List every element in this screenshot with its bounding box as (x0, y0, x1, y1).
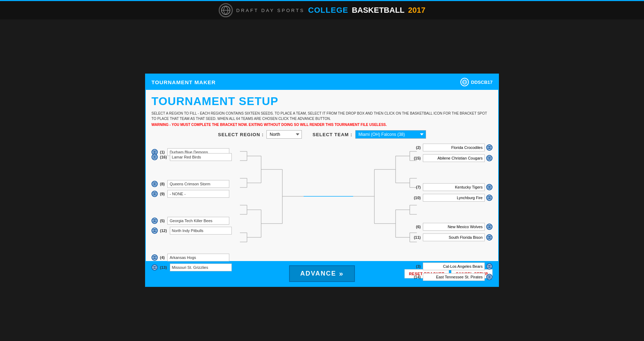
seed-11-label: (11) (414, 235, 421, 239)
svg-point-55 (153, 255, 157, 260)
select-row: SELECT REGION : North South East West SE… (151, 130, 493, 139)
bracket-icon-9[interactable] (151, 191, 158, 197)
team-row-6: New Mexico Wolves (6) (402, 222, 493, 231)
svg-point-64 (487, 275, 491, 279)
team-row-2: Florida Crocodiles (2) (402, 143, 493, 152)
seed-15-label: (15) (414, 156, 421, 160)
bracket-icon-8[interactable] (151, 181, 158, 187)
team-row-11: South Florida Bison (11) (402, 233, 493, 242)
team-dropdown[interactable]: Miami (OH) Falcons (38) - NONE - (355, 130, 426, 139)
svg-point-53 (153, 219, 157, 223)
logo-year-text: 2017 (408, 6, 425, 15)
logo-basketball-text: BASKETBALL (352, 6, 404, 15)
team-label: SELECT TEAM : (312, 132, 352, 137)
instructions-text: SELECT A REGION TO FILL - EACH REGION CO… (151, 111, 493, 121)
panel-header-title: TOURNAMENT MAKER (151, 79, 216, 85)
team-name-13: Missouri St. Grizzlies (170, 264, 232, 271)
bracket-icon-4[interactable] (151, 254, 158, 261)
main-content: TOURNAMENT MAKER DDSCB17 TOURNAMENT SETU… (0, 19, 644, 341)
advance-arrows-icon: » (339, 270, 344, 278)
bracket-icon-7[interactable] (486, 184, 493, 190)
team-name-6: New Mexico Wolves (423, 223, 485, 231)
team-row-3: Cal-Los Angeles Bears (3) (402, 262, 493, 271)
bracket-icon-11[interactable] (486, 234, 493, 241)
bracket-icon-2[interactable] (486, 144, 493, 151)
right-teams-col: Florida Crocodiles (2) (402, 143, 493, 283)
team-row-12: (12) North Indy Pitbulls (151, 226, 242, 235)
bracket-area: (1) Durham Blue Demons (151, 143, 493, 256)
panel-header-logo: DDSCB17 (460, 78, 493, 86)
team-name-7: Kentucky Tigers (423, 183, 485, 191)
svg-point-51 (153, 182, 157, 186)
team-row-15: Abilene Christian Cougars (15) (402, 154, 493, 163)
svg-point-62 (487, 235, 491, 239)
team-row-7: Kentucky Tigers (7) (402, 183, 493, 192)
bracket-icon-10[interactable] (486, 195, 493, 201)
logo-icon (219, 3, 233, 17)
team-name-5: Georgia Tech Killer Bees (167, 217, 229, 225)
svg-point-60 (487, 196, 491, 200)
svg-point-59 (487, 185, 491, 189)
svg-point-52 (153, 192, 157, 196)
warning-text: WARNING - YOU MUST COMPLETE THE BRACKET … (151, 123, 493, 127)
svg-point-50 (153, 155, 157, 159)
panel-logo-text: DDSCB17 (471, 80, 493, 85)
team-name-15: Abilene Christian Cougars (423, 154, 485, 162)
seed-7-label: (7) (416, 185, 421, 189)
team-name-14: East Tennessee St. Pirates (423, 273, 485, 281)
seed-10-label: (10) (414, 196, 421, 200)
bracket-icon-12[interactable] (151, 227, 158, 234)
region-dropdown[interactable]: North South East West (266, 130, 302, 139)
bracket-icon-6[interactable] (486, 224, 493, 230)
logo-draft-text: DRAFT DAY SPORTS (236, 8, 305, 13)
top-bar: DRAFT DAY SPORTS COLLEGE BASKETBALL 2017 (0, 0, 644, 19)
team-row-13: (13) Missouri St. Grizzlies (151, 263, 242, 272)
team-row-16: (16) Lamar Red Birds (151, 153, 242, 161)
svg-point-61 (487, 225, 491, 229)
team-row-8: (8) Queens Crimson Storm (151, 180, 242, 188)
team-row-9: (9) - NONE - (151, 190, 242, 198)
logo-college-text: COLLEGE (308, 6, 348, 15)
svg-point-56 (153, 265, 157, 270)
seed-16: (16) (160, 155, 167, 159)
panel-body: TOURNAMENT SETUP SELECT A REGION TO FILL… (146, 90, 498, 261)
panel-header: TOURNAMENT MAKER DDSCB17 (146, 74, 498, 90)
advance-button[interactable]: ADVANCE » (289, 265, 355, 282)
team-name-3: Cal-Los Angeles Bears (423, 262, 485, 270)
team-name-4: Arkansas Hogs (167, 254, 229, 261)
bracket-icon-13[interactable] (151, 264, 158, 271)
seed-2-label: (2) (416, 145, 421, 150)
svg-point-58 (487, 156, 491, 160)
team-select-group: SELECT TEAM : Miami (OH) Falcons (38) - … (312, 130, 426, 139)
left-teams-col: (1) Durham Blue Demons (151, 143, 242, 272)
seed-9: (9) (160, 192, 165, 196)
team-name-10: Lynchburg Fire (423, 194, 485, 202)
seed-14-label: (14) (414, 275, 421, 279)
team-row-5: (5) Georgia Tech Killer Bees (151, 216, 242, 225)
panel-logo-icon (460, 78, 469, 86)
bracket-icon-15[interactable] (486, 155, 493, 161)
bracket-icon-3[interactable] (486, 263, 493, 270)
panel-title: TOURNAMENT SETUP (151, 95, 493, 108)
team-name-2: Florida Crocodiles (423, 144, 485, 151)
region-select-group: SELECT REGION : North South East West (218, 130, 302, 139)
seed-3-label: (3) (416, 264, 421, 268)
team-name-8: Queens Crimson Storm (167, 180, 229, 188)
bracket-icon-5[interactable] (151, 218, 158, 224)
seed-12: (12) (160, 229, 167, 233)
region-label: SELECT REGION : (218, 132, 264, 137)
bracket-icon-14[interactable] (486, 274, 493, 280)
team-name-12: North Indy Pitbulls (170, 227, 232, 235)
team-row-14: East Tennessee St. Pirates (14) (402, 272, 493, 282)
svg-point-63 (487, 264, 491, 268)
team-name-9: - NONE - (167, 190, 229, 198)
seed-5: (5) (160, 219, 165, 223)
seed-6-label: (6) (416, 225, 421, 229)
team-name-16: Lamar Red Birds (170, 153, 232, 161)
bracket-icon-16[interactable] (151, 154, 158, 160)
team-row-4: (4) Arkansas Hogs (151, 253, 242, 262)
svg-point-54 (153, 229, 157, 233)
team-row-10: Lynchburg Fire (10) (402, 193, 493, 202)
tournament-panel: TOURNAMENT MAKER DDSCB17 TOURNAMENT SETU… (145, 74, 499, 287)
seed-4: (4) (160, 255, 165, 260)
